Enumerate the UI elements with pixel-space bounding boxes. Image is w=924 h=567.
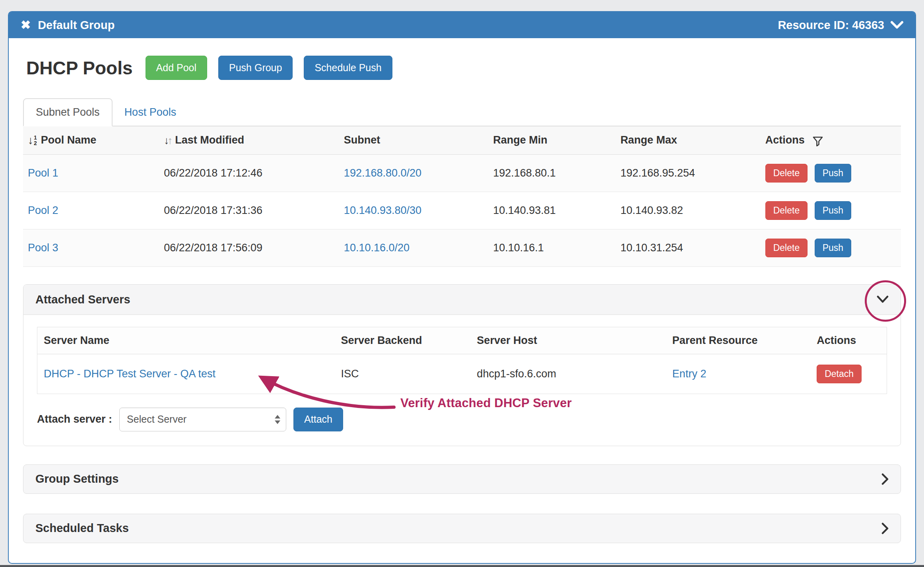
window-header: ✖ Default Group Resource ID: 46363	[9, 12, 915, 38]
table-row-pool-2: Pool 2 06/22/2018 17:31:36 10.140.93.80/…	[23, 192, 901, 229]
sort-arrows-icon[interactable]: ↓↑	[164, 135, 171, 146]
push-button[interactable]: Push	[815, 201, 851, 220]
filter-icon[interactable]	[813, 136, 823, 146]
last-modified-value: 06/22/2018 17:56:09	[159, 229, 339, 266]
servers-header-row: Server Name Server Backend Server Host P…	[37, 327, 887, 354]
select-value: Select Server	[127, 414, 186, 425]
schedule-push-button[interactable]: Schedule Push	[304, 56, 392, 80]
range-max-value: 10.10.31.254	[615, 229, 760, 266]
table-row-pool-3: Pool 3 06/22/2018 17:56:09 10.10.16.0/20…	[23, 229, 901, 266]
last-modified-value: 06/22/2018 17:31:36	[159, 192, 339, 229]
push-button[interactable]: Push	[815, 239, 851, 257]
col-parent-resource: Parent Resource	[666, 327, 810, 354]
col-last-modified[interactable]: ↓↑ Last Modified	[159, 126, 339, 154]
col-range-max: Range Max	[615, 126, 760, 154]
group-settings-header[interactable]: Group Settings	[23, 464, 901, 494]
range-min-value: 192.168.80.1	[488, 154, 615, 192]
table-row-server: DHCP - DHCP Test Server - QA test ISC dh…	[37, 354, 887, 394]
col-server-backend: Server Backend	[334, 327, 470, 354]
delete-button[interactable]: Delete	[765, 164, 808, 183]
attach-server-label: Attach server :	[37, 413, 112, 425]
col-actions: Actions	[761, 126, 901, 154]
add-pool-button[interactable]: Add Pool	[146, 56, 207, 80]
subnet-pools-table: ↓12 Pool Name ↓↑ Last Modified Subnet Ra…	[23, 126, 901, 267]
subnet-link[interactable]: 10.140.93.80/30	[344, 204, 421, 216]
push-group-button[interactable]: Push Group	[218, 56, 293, 80]
parent-resource-link[interactable]: Entry 2	[672, 368, 707, 380]
range-min-value: 10.10.16.1	[488, 229, 615, 266]
server-host-value: dhcp1-sfo.6.com	[470, 354, 666, 394]
attach-server-select[interactable]: Select Server	[119, 408, 286, 431]
default-group-window: ✖ Default Group Resource ID: 46363 DHCP …	[8, 11, 916, 564]
col-range-min: Range Min	[488, 126, 615, 154]
range-min-value: 10.140.93.81	[488, 192, 615, 229]
col-subnet: Subnet	[339, 126, 488, 154]
subnet-link[interactable]: 10.10.16.0/20	[344, 242, 410, 254]
server-backend-value: ISC	[334, 354, 470, 394]
push-button[interactable]: Push	[815, 164, 851, 183]
col-server-host: Server Host	[470, 327, 666, 354]
table-row-pool-1: Pool 1 06/22/2018 17:12:46 192.168.80.0/…	[23, 154, 901, 192]
range-max-value: 10.140.93.82	[615, 192, 760, 229]
pool-link[interactable]: Pool 3	[28, 242, 58, 254]
resource-id-toggle[interactable]: Resource ID: 46363	[778, 19, 903, 32]
subnet-link[interactable]: 192.168.80.0/20	[344, 167, 421, 179]
last-modified-value: 06/22/2018 17:12:46	[159, 154, 339, 192]
screen-bottom-edge	[0, 565, 924, 567]
attached-servers-panel: Attached Servers Server Name Server Back…	[23, 284, 901, 446]
detach-button[interactable]: Detach	[817, 365, 862, 383]
chevron-right-icon	[881, 522, 889, 534]
col-server-name: Server Name	[37, 327, 335, 354]
range-max-value: 192.168.95.254	[615, 154, 760, 192]
attached-servers-table: Server Name Server Backend Server Host P…	[37, 327, 887, 394]
select-arrows-icon	[275, 415, 280, 424]
page-title: DHCP Pools	[26, 57, 133, 79]
tab-host-pools[interactable]: Host Pools	[113, 99, 188, 126]
delete-button[interactable]: Delete	[765, 201, 808, 220]
chevron-right-icon	[881, 473, 889, 485]
delete-button[interactable]: Delete	[765, 239, 808, 257]
pool-link[interactable]: Pool 2	[28, 204, 58, 216]
scheduled-tasks-title: Scheduled Tasks	[35, 522, 129, 535]
server-name-link[interactable]: DHCP - DHCP Test Server - QA test	[44, 368, 215, 380]
pool-tabs: Subnet Pools Host Pools	[23, 98, 901, 126]
resource-id-label: Resource ID: 46363	[778, 19, 884, 32]
chevron-down-icon[interactable]	[877, 295, 889, 303]
chevron-down-icon	[891, 21, 903, 29]
group-settings-title: Group Settings	[35, 472, 118, 485]
close-icon[interactable]: ✖	[21, 19, 31, 31]
scheduled-tasks-header[interactable]: Scheduled Tasks	[23, 514, 901, 543]
window-title: Default Group	[38, 19, 115, 32]
col-server-actions: Actions	[810, 327, 887, 354]
col-pool-name[interactable]: ↓12 Pool Name	[23, 126, 159, 154]
attached-servers-title: Attached Servers	[35, 293, 130, 306]
pool-link[interactable]: Pool 1	[28, 167, 58, 179]
pools-header-row: ↓12 Pool Name ↓↑ Last Modified Subnet Ra…	[23, 126, 901, 154]
sort-numeric-icon[interactable]: ↓12	[28, 135, 37, 146]
attach-button[interactable]: Attach	[293, 408, 343, 431]
tab-subnet-pools[interactable]: Subnet Pools	[23, 98, 113, 126]
attached-servers-header[interactable]: Attached Servers	[23, 285, 901, 315]
